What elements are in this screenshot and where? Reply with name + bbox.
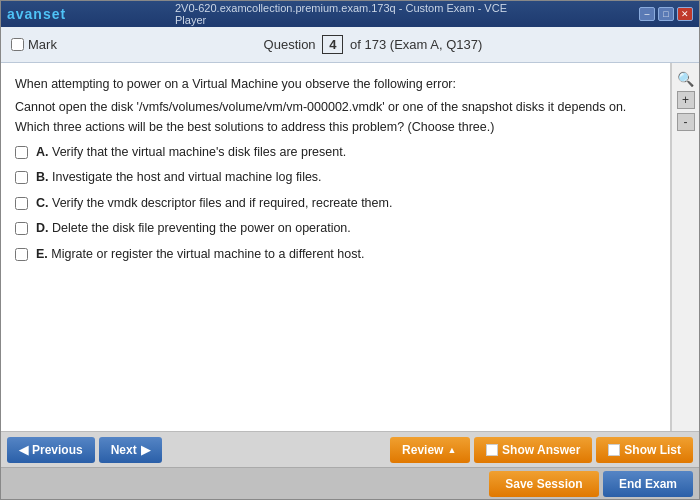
title-bar-controls: – □ ✕ (639, 7, 693, 21)
question-intro: When attempting to power on a Virtual Ma… (15, 75, 656, 94)
maximize-button[interactable]: □ (658, 7, 674, 21)
total-questions: of 173 (Exam A, Q137) (350, 37, 482, 52)
answer-option-b: B. Investigate the host and virtual mach… (15, 169, 656, 187)
checkbox-b[interactable] (15, 171, 28, 184)
label-d[interactable]: D. Delete the disk file preventing the p… (36, 220, 351, 238)
answer-option-c: C. Verify the vmdk descriptor files and … (15, 195, 656, 213)
header-bar: Mark Question 4 of 173 (Exam A, Q137) (1, 27, 699, 63)
title-bar-title: 2V0-620.examcollection.premium.exam.173q… (175, 2, 525, 26)
question-label: Question (264, 37, 316, 52)
show-list-checkbox-icon (608, 444, 620, 456)
question-area: When attempting to power on a Virtual Ma… (1, 63, 671, 431)
show-list-button[interactable]: Show List (596, 437, 693, 463)
main-window: avanset 2V0-620.examcollection.premium.e… (0, 0, 700, 500)
nav-bar: ◀ Previous Next ▶ Review ▲ Show Answer S… (1, 431, 699, 467)
question-info: Question 4 of 173 (Exam A, Q137) (57, 35, 689, 54)
label-e[interactable]: E. Migrate or register the virtual machi… (36, 246, 364, 264)
mark-label: Mark (28, 37, 57, 52)
checkbox-d[interactable] (15, 222, 28, 235)
error-text: Cannot open the disk '/vmfs/volumes/volu… (15, 100, 656, 114)
bottom-bar: Save Session End Exam (1, 467, 699, 499)
mark-checkbox[interactable] (11, 38, 24, 51)
review-button[interactable]: Review ▲ (390, 437, 470, 463)
search-icon: 🔍 (677, 71, 694, 87)
close-button[interactable]: ✕ (677, 7, 693, 21)
show-answer-checkbox-icon (486, 444, 498, 456)
main-content: When attempting to power on a Virtual Ma… (1, 63, 699, 431)
minimize-button[interactable]: – (639, 7, 655, 21)
question-number: 4 (322, 35, 343, 54)
logo: avanset (7, 6, 66, 22)
sidebar-right: 🔍 + - (671, 63, 699, 431)
label-b[interactable]: B. Investigate the host and virtual mach… (36, 169, 322, 187)
checkbox-a[interactable] (15, 146, 28, 159)
answer-option-e: E. Migrate or register the virtual machi… (15, 246, 656, 264)
previous-button[interactable]: ◀ Previous (7, 437, 95, 463)
choose-text: Which three actions will be the best sol… (15, 120, 656, 134)
title-bar-left: avanset (7, 6, 66, 22)
answer-option-d: D. Delete the disk file preventing the p… (15, 220, 656, 238)
label-a[interactable]: A. Verify that the virtual machine's dis… (36, 144, 346, 162)
checkbox-c[interactable] (15, 197, 28, 210)
label-c[interactable]: C. Verify the vmdk descriptor files and … (36, 195, 392, 213)
title-bar: avanset 2V0-620.examcollection.premium.e… (1, 1, 699, 27)
next-button[interactable]: Next ▶ (99, 437, 162, 463)
checkbox-e[interactable] (15, 248, 28, 261)
mark-area: Mark (11, 37, 57, 52)
show-answer-button[interactable]: Show Answer (474, 437, 592, 463)
end-exam-button[interactable]: End Exam (603, 471, 693, 497)
save-session-button[interactable]: Save Session (489, 471, 599, 497)
answer-option-a: A. Verify that the virtual machine's dis… (15, 144, 656, 162)
zoom-in-button[interactable]: + (677, 91, 695, 109)
zoom-out-button[interactable]: - (677, 113, 695, 131)
